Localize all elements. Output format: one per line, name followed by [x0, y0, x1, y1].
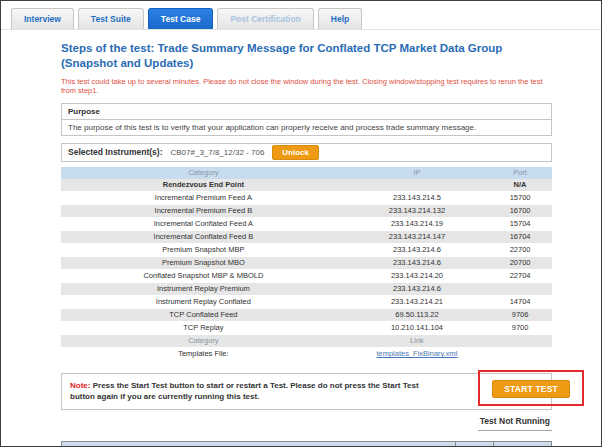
feed-row: Incremental Premium Feed A 233.143.214.5… — [61, 191, 552, 204]
link-header-empty — [488, 334, 552, 347]
purpose-box: Purpose The purpose of this test is to v… — [61, 103, 552, 136]
templates-file-label: Templates File: — [61, 347, 346, 360]
feed-row: Instrument Replay Premium 233.143.214.6 — [61, 282, 552, 295]
main-content: Steps of the test: Trade Summary Message… — [61, 41, 552, 447]
templates-row: Templates File: templates_FixBinary.xml — [61, 347, 552, 360]
feed-ip: 233.143.214.5 — [346, 191, 488, 204]
page-title: Steps of the test: Trade Summary Message… — [61, 41, 552, 71]
feed-port: 16704 — [488, 230, 552, 243]
note-body: Press the Start Test button to start or … — [70, 381, 419, 402]
test-status-text: Test Not Running — [478, 415, 552, 431]
feed-port — [488, 282, 552, 295]
feeds-header-row: Category IP Port — [61, 167, 552, 179]
feed-category: Incremental Premium Feed B — [61, 204, 346, 217]
feed-row: Instrument Replay Conflated 233.143.214.… — [61, 295, 552, 308]
note-label: Note: — [70, 381, 90, 390]
feed-category: Conflated Snapshot MBP & MBOLD — [61, 269, 346, 282]
feed-port: 14704 — [488, 295, 552, 308]
selected-instrument-box: Selected Instrument(s): CB07#_3_7/8_12/3… — [61, 143, 552, 162]
feed-ip: 233.143.214.6 — [346, 256, 488, 269]
feeds-table: Category IP Port Rendezvous End Point N/… — [61, 167, 552, 361]
feed-category: Premium Snapshot MBO — [61, 256, 346, 269]
feeds-header-ip: IP — [346, 167, 488, 179]
feeds-header-port: Port — [488, 167, 552, 179]
feed-row: Incremental Conflated Feed A 233.143.214… — [61, 217, 552, 230]
steps-header-status: Status — [494, 442, 552, 447]
feed-row: TCP Conflated Feed 69.50.113.22 9706 — [61, 308, 552, 321]
feed-ip: 233.143.214.147 — [346, 230, 488, 243]
templates-file-cell: templates_FixBinary.xml — [346, 347, 488, 360]
feed-row: Premium Snapshot MBO 233.143.214.6 20700 — [61, 256, 552, 269]
feed-row: Incremental Conflated Feed B 233.143.214… — [61, 230, 552, 243]
feed-port: 15704 — [488, 217, 552, 230]
feed-port: 20700 — [488, 256, 552, 269]
feeds-header-category: Category — [61, 167, 346, 179]
feed-port: 9700 — [488, 321, 552, 334]
feed-ip: 233.143.214.21 — [346, 295, 488, 308]
feed-ip: 233.143.214.20 — [346, 269, 488, 282]
selected-instrument-value: CB07#_3_7/8_12/32 - 706 — [170, 148, 264, 157]
purpose-header: Purpose — [62, 104, 551, 120]
note-box: Note: Press the Start Test button to sta… — [61, 373, 552, 410]
start-test-highlight-annotation: START TEST — [478, 370, 584, 406]
feed-ip: 233.143.214.6 — [346, 282, 488, 295]
selected-instrument-label: Selected Instrument(s): — [68, 147, 162, 157]
link-header-row: Category Link — [61, 334, 552, 347]
tab-test-suite[interactable]: Test Suite — [78, 8, 144, 29]
app-window: Interview Test Suite Test Case Post Cert… — [0, 0, 602, 447]
steps-table: Description Flag Status 1 Over the TCP M… — [61, 441, 552, 447]
purpose-text: The purpose of this test is to verify th… — [62, 120, 551, 135]
feed-port: 9706 — [488, 308, 552, 321]
steps-header-row: Description Flag Status — [62, 442, 552, 447]
feed-category: Premium Snapshot MBP — [61, 243, 346, 256]
feed-port: N/A — [488, 179, 552, 192]
feed-row: Rendezvous End Point N/A — [61, 179, 552, 192]
test-duration-warning: This test could take up to several minut… — [61, 77, 552, 95]
link-header-link: Link — [346, 334, 488, 347]
feed-port: 16700 — [488, 204, 552, 217]
note-text: Note: Press the Start Test button to sta… — [70, 380, 440, 403]
feed-category: Instrument Replay Conflated — [61, 295, 346, 308]
tab-test-case[interactable]: Test Case — [148, 8, 214, 29]
feed-category: Incremental Premium Feed A — [61, 191, 346, 204]
link-header-category: Category — [61, 334, 346, 347]
feed-category: Incremental Conflated Feed B — [61, 230, 346, 243]
feed-row: Premium Snapshot MBP 233.143.214.6 22700 — [61, 243, 552, 256]
templates-file-link[interactable]: templates_FixBinary.xml — [376, 349, 457, 358]
feed-category: TCP Conflated Feed — [61, 308, 346, 321]
feed-row: TCP Replay 10.210.141.104 9700 — [61, 321, 552, 334]
feed-ip: 233.143.214.6 — [346, 243, 488, 256]
feed-category: Incremental Conflated Feed A — [61, 217, 346, 230]
templates-empty-cell — [488, 347, 552, 360]
steps-header-description: Description — [62, 442, 456, 447]
feed-port: 15700 — [488, 191, 552, 204]
tab-bar: Interview Test Suite Test Case Post Cert… — [1, 1, 601, 30]
unlock-button[interactable]: Unlock — [272, 145, 319, 160]
steps-header-flag: Flag — [456, 442, 494, 447]
feed-category: Rendezvous End Point — [61, 179, 346, 192]
feed-category: TCP Replay — [61, 321, 346, 334]
feed-ip — [346, 179, 488, 192]
tab-help[interactable]: Help — [318, 8, 362, 29]
feed-port: 22704 — [488, 269, 552, 282]
feed-port: 22700 — [488, 243, 552, 256]
feed-row: Conflated Snapshot MBP & MBOLD 233.143.2… — [61, 269, 552, 282]
feed-ip: 233.143.214.132 — [346, 204, 488, 217]
feed-ip: 233.143.214.19 — [346, 217, 488, 230]
feed-category: Instrument Replay Premium — [61, 282, 346, 295]
feed-row: Incremental Premium Feed B 233.143.214.1… — [61, 204, 552, 217]
start-test-button[interactable]: START TEST — [492, 380, 570, 398]
feed-ip: 10.210.141.104 — [346, 321, 488, 334]
tab-post-certification: Post Certification — [217, 8, 313, 29]
feed-ip: 69.50.113.22 — [346, 308, 488, 321]
tab-interview[interactable]: Interview — [11, 8, 74, 29]
